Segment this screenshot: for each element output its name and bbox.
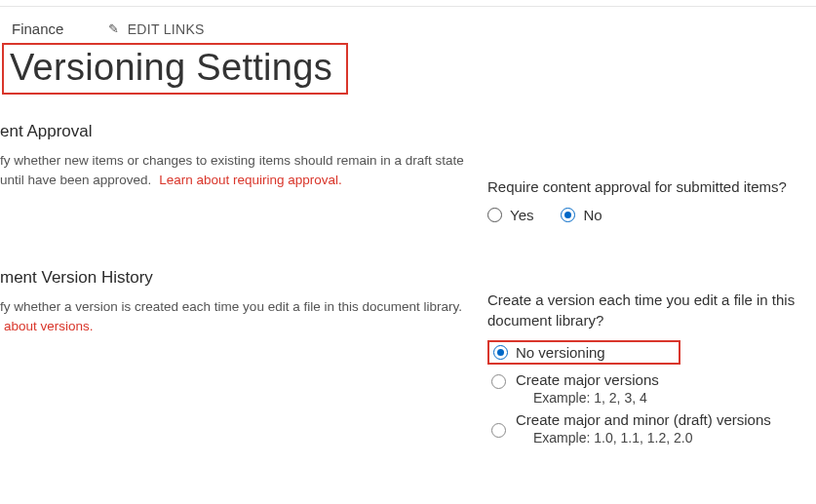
version-radio-none[interactable]: No versioning — [489, 344, 605, 361]
approval-help-link[interactable]: Learn about requiring approval. — [159, 173, 342, 187]
version-minor-label: Create major and minor (draft) versions — [516, 411, 771, 428]
version-help-link[interactable]: about versions. — [4, 319, 94, 333]
version-radio-none-wrap: No versioning — [487, 340, 806, 365]
breadcrumb-bar: Finance ✎ EDIT LINKS — [0, 20, 816, 37]
radio-icon — [487, 208, 502, 222]
radio-icon — [493, 345, 508, 360]
section-heading-approval: ent Approval — [0, 122, 468, 141]
radio-icon — [491, 374, 506, 389]
radio-icon — [491, 423, 506, 438]
edit-links-button[interactable]: ✎ EDIT LINKS — [108, 21, 204, 37]
section-desc-approval: fy whether new items or changes to exist… — [0, 151, 468, 189]
section-version-history: ment Version History fy whether a versio… — [0, 268, 816, 448]
breadcrumb-site-link[interactable]: Finance — [12, 20, 63, 37]
approval-radio-no[interactable]: No — [561, 207, 602, 223]
version-major-label: Create major versions — [516, 371, 659, 388]
version-major-example: Example: 1, 2, 3, 4 — [533, 390, 806, 406]
pencil-icon: ✎ — [108, 21, 119, 36]
version-none-highlight: No versioning — [487, 340, 680, 365]
version-desc-text: fy whether a version is created each tim… — [0, 299, 462, 314]
approval-radio-yes[interactable]: Yes — [487, 207, 533, 223]
approval-yes-label: Yes — [510, 207, 533, 223]
edit-links-label: EDIT LINKS — [128, 21, 205, 37]
version-radio-group: No versioning Create major versions Exam… — [487, 340, 806, 448]
version-minor-example: Example: 1.0, 1.1, 1.2, 2.0 — [533, 430, 806, 446]
version-question: Create a version each time you edit a fi… — [487, 290, 806, 330]
version-none-label: No versioning — [516, 344, 605, 361]
approval-question: Require content approval for submitted i… — [487, 176, 806, 197]
page-title: Versioning Settings — [10, 47, 332, 89]
radio-icon — [561, 208, 575, 222]
page-title-highlight: Versioning Settings — [2, 43, 348, 95]
section-content-approval: ent Approval fy whether new items or cha… — [0, 122, 816, 223]
approval-no-label: No — [583, 207, 602, 223]
top-divider — [0, 6, 816, 7]
section-heading-version: ment Version History — [0, 268, 468, 288]
version-radio-major[interactable]: Create major versions Example: 1, 2, 3, … — [487, 368, 806, 408]
section-desc-version: fy whether a version is created each tim… — [0, 297, 468, 335]
version-radio-minor[interactable]: Create major and minor (draft) versions … — [487, 408, 806, 448]
approval-radio-group: Yes No — [487, 207, 806, 223]
